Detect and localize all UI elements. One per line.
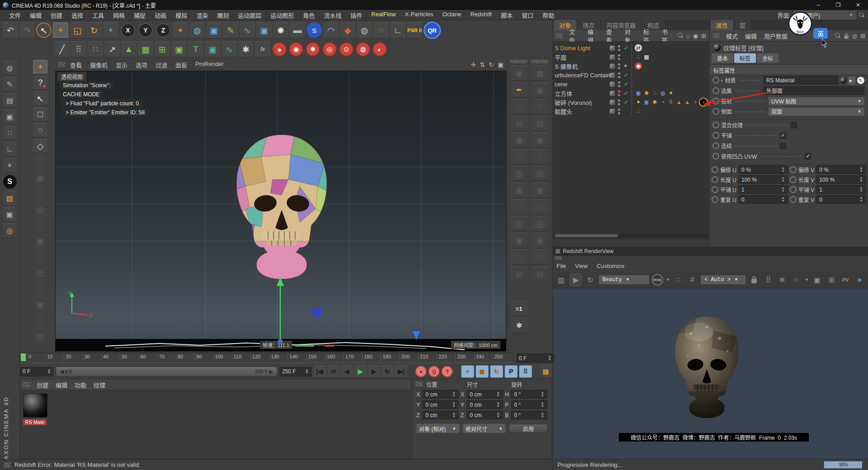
material-menu-item[interactable]: 纹理 (90, 381, 109, 389)
tool-icon[interactable]: □ (33, 313, 47, 327)
poly-select-icon[interactable]: ◇ (33, 139, 47, 153)
material-input[interactable]: RS Material (763, 76, 838, 85)
add-panel-icon[interactable]: ⊞ (860, 33, 865, 39)
menu-item[interactable]: 文件 (5, 11, 25, 19)
renderview-menu-item[interactable]: Customize (597, 263, 629, 269)
tool-icon[interactable]: □ (33, 218, 47, 232)
cube-green-icon[interactable]: ▣ (171, 41, 187, 57)
lock-z-button[interactable]: Z (156, 23, 170, 38)
drop-to-floor-icon[interactable]: ◆ (340, 22, 355, 38)
rf-mesh-icon[interactable]: ◍ (356, 42, 370, 56)
layer-toggle[interactable] (610, 55, 615, 60)
palette-icon[interactable]: ▣ (531, 233, 548, 248)
visibility-dots[interactable] (618, 45, 621, 52)
object-tag[interactable]: ∴ (635, 53, 642, 61)
make-editable-icon[interactable]: ▣ (206, 22, 222, 38)
visibility-dots[interactable] (618, 63, 621, 70)
view-label[interactable]: 透视视图 (57, 72, 86, 81)
menu-item[interactable]: 选择 (67, 11, 88, 19)
checkbox[interactable]: ✓ (805, 153, 811, 160)
menu-item[interactable]: RealFlow (367, 11, 400, 19)
key-circle-icon[interactable] (712, 132, 719, 139)
uv-input[interactable]: 0 %▲▼ (738, 165, 788, 174)
palette-icon[interactable]: □ (531, 199, 548, 215)
object-tag[interactable]: ◍ (659, 89, 666, 97)
selection-input[interactable]: 外部面 (763, 86, 864, 95)
checkbox[interactable] (780, 143, 786, 149)
palette-icon[interactable]: □ (510, 199, 528, 215)
size-input[interactable]: 0 cm▲▼ (467, 390, 503, 399)
object-row[interactable]: S Dome Light ⇄ (553, 43, 709, 52)
menu-item[interactable]: 创建 (46, 11, 67, 19)
maximize-view-icon[interactable]: ▣ (498, 61, 504, 68)
uv-input[interactable]: 1▲▼ (816, 185, 866, 194)
key-circle-icon[interactable] (712, 77, 719, 84)
tool-icon[interactable]: ▤ (33, 329, 47, 343)
layer-toggle[interactable] (610, 73, 615, 78)
attribute-subtab[interactable]: 坐标 (757, 53, 778, 63)
attribute-menu-item[interactable]: 用户数据 (760, 32, 791, 40)
aov-dropdown[interactable]: Beauty▼ (599, 275, 649, 284)
key-position-toggle[interactable]: + (461, 365, 474, 378)
move-tool-icon[interactable]: + (53, 22, 68, 38)
spline-teal-icon[interactable]: ∿ (222, 41, 237, 57)
key-circle-icon[interactable] (712, 186, 718, 193)
search-icon[interactable] (859, 12, 864, 18)
paint-icon[interactable]: ▧ (3, 191, 17, 205)
layer-toggle[interactable] (610, 91, 615, 96)
menu-item[interactable]: 角色 (298, 11, 319, 19)
size-input[interactable]: 0 cm▲▼ (467, 400, 503, 409)
menu-item[interactable]: 雕刻 (212, 11, 233, 19)
key-circle-icon[interactable] (712, 98, 719, 104)
coordinate-mode-dropdown[interactable]: 对象 (相对)▼ (416, 424, 459, 433)
rf-sphere-emitter-icon[interactable]: ◉ (289, 42, 303, 56)
qr-button[interactable]: QR (424, 22, 441, 39)
object-tag[interactable]: ✺ (651, 99, 658, 106)
key-circle-icon[interactable] (712, 176, 718, 183)
spline-tool-icon[interactable]: ∿ (240, 22, 255, 38)
uv-input[interactable]: 100 %▲▼ (816, 175, 866, 184)
eye-icon[interactable]: ◉ (693, 33, 698, 39)
object-tag[interactable]: ⠿ (667, 99, 675, 106)
interface-dropdown[interactable]: RS (用户)▼ (793, 11, 856, 19)
deformer-icon[interactable]: ✱ (238, 41, 254, 57)
tool-icon[interactable]: ▤ (33, 265, 47, 280)
key-circle-icon[interactable] (790, 166, 797, 173)
key-circle-icon[interactable] (712, 166, 718, 173)
render-image[interactable]: 微信公众号：野鹿志 微博：野鹿志 作者：马鹿野郎 Frame 0 2.03s (553, 288, 868, 459)
pen-highlight-icon[interactable]: ✒ (510, 82, 528, 98)
record-key-button[interactable]: ● (415, 366, 427, 377)
frame-field[interactable]: 0 F▲▼ (516, 353, 554, 363)
current-frame-marker[interactable] (21, 353, 26, 361)
side-dropdown[interactable]: 双面▼ (769, 108, 864, 116)
layer-toggle[interactable] (610, 109, 615, 114)
material-thumbnail[interactable] (23, 393, 47, 418)
position-input[interactable]: 0 cm▲▼ (422, 411, 459, 419)
drag-handle[interactable] (4, 462, 11, 468)
minimize-button[interactable]: – (808, 0, 828, 10)
object-tag[interactable]: ✦ (635, 99, 642, 106)
palette-icon[interactable]: ▣ (510, 183, 528, 198)
lock-y-button[interactable]: Y (138, 23, 153, 38)
gear-icon[interactable]: ✱ (510, 318, 528, 333)
menu-item[interactable]: 运动跟踪 (233, 11, 266, 19)
object-name[interactable]: 平面 (555, 53, 610, 61)
menu-item[interactable]: 运动图形 (266, 11, 298, 19)
knife-tool-icon[interactable]: ╱ (54, 41, 70, 57)
menu-item[interactable]: X-Particles (400, 11, 438, 19)
tool-icon[interactable]: □ (33, 249, 47, 264)
object-row[interactable]: 平面 ∴▦ (553, 52, 709, 61)
palette-icon[interactable]: □ (531, 149, 548, 164)
coordinate-system-icon[interactable]: ◍ (189, 22, 205, 38)
rf-volume-icon[interactable]: ◐ (373, 42, 387, 56)
array-tool-icon[interactable]: ⊞ (155, 41, 170, 57)
scale-tool-icon[interactable]: ◱ (70, 22, 85, 38)
object-tag[interactable]: + (692, 99, 699, 106)
viewport-menu-item[interactable]: 查看 (66, 61, 86, 69)
attribute-menu-item[interactable]: 编辑 (741, 32, 760, 40)
visibility-dots[interactable] (618, 90, 621, 97)
brush-icon[interactable]: ✎ (3, 77, 17, 91)
prev-key-button[interactable]: ↺ (327, 365, 340, 378)
rotation-input[interactable]: 0 °▲▼ (511, 390, 547, 399)
rf-camera-icon[interactable]: ⊙ (339, 42, 354, 56)
